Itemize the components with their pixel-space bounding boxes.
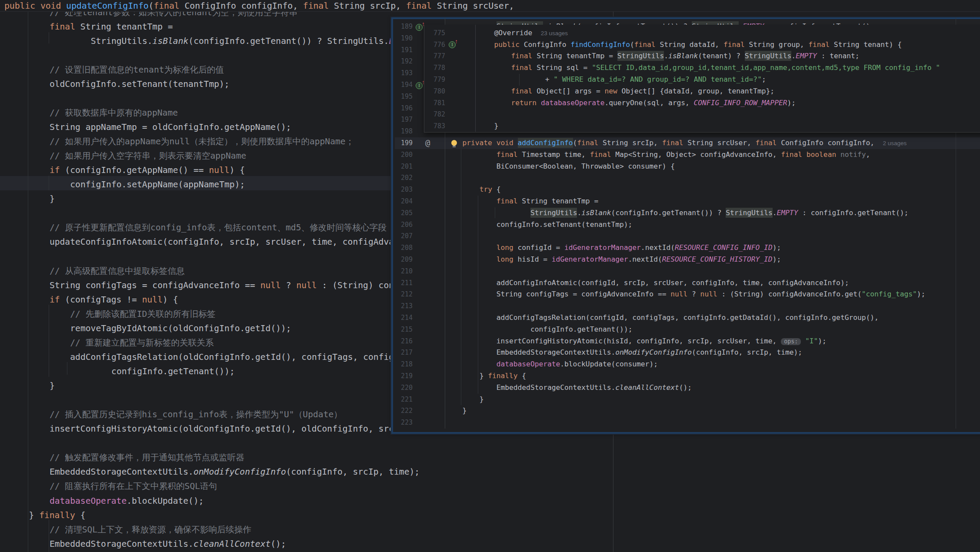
line-number[interactable]: 208	[391, 242, 413, 254]
line-number[interactable]: 194	[391, 79, 413, 91]
code-line[interactable]: final Object[] args = new Object[] {data…	[511, 86, 775, 97]
line-number[interactable]: 219	[391, 370, 413, 382]
code-line[interactable]: @Override 23 usages	[494, 27, 568, 40]
line-number[interactable]: 216	[391, 336, 413, 347]
line-number[interactable]: 777	[424, 50, 445, 62]
code-line[interactable]: + " WHERE data_id=? AND group_id=? AND t…	[545, 74, 766, 86]
line-number[interactable]: 221	[391, 394, 413, 406]
code-line[interactable]: final String tenantTmp =	[50, 20, 173, 34]
line-number[interactable]: 201	[391, 161, 413, 173]
line-number[interactable]: 202	[391, 172, 413, 184]
line-number[interactable]: 775	[424, 27, 445, 39]
code-line[interactable]: }	[50, 192, 55, 206]
code-line[interactable]: }	[480, 394, 484, 406]
sticky-header-code-line[interactable]: public void updateConfigInfo(final Confi…	[4, 0, 514, 11]
line-number[interactable]: 779	[424, 74, 445, 86]
line-number[interactable]: 211	[391, 277, 413, 289]
code-line[interactable]: final Timestamp time, final Map<String, …	[497, 149, 870, 161]
line-number[interactable]: 214	[391, 312, 413, 324]
code-line[interactable]: }	[494, 120, 498, 132]
line-number[interactable]: 217	[391, 347, 413, 359]
code-line[interactable]: // 重新建立配置与新标签的关联关系	[70, 336, 213, 350]
code-line[interactable]: return databaseOperate.queryOne(sql, arg…	[511, 97, 796, 109]
code-line[interactable]: configInfo.getTenant());	[111, 364, 235, 379]
code-line[interactable]: final String sql = "SELECT ID,data_id,gr…	[511, 62, 940, 74]
code-line[interactable]: long hisId = idGeneratorManager.nextId(R…	[497, 254, 781, 266]
code-line[interactable]: // 如果用户传入的appName为null（未指定），则使用数据库中的appN…	[50, 134, 354, 149]
line-number[interactable]: 207	[391, 230, 413, 242]
code-line[interactable]: // 插入配置历史记录到his_config_info表，操作类型为"U"（Up…	[50, 407, 342, 422]
line-number[interactable]: 197	[391, 114, 413, 126]
code-line[interactable]: EmbeddedStorageContextUtils.cleanAllCont…	[497, 382, 692, 394]
code-line[interactable]: databaseOperate.blockUpdate();	[50, 494, 204, 508]
code-line[interactable]: EmbeddedStorageContextUtils.cleanAllCont…	[50, 537, 286, 551]
code-line[interactable]: StringUtils.isBlank(configInfo.getTenant…	[530, 207, 908, 219]
code-line[interactable]: updateConfigInfoAtomic(configInfo, srcIp…	[50, 235, 440, 249]
line-number[interactable]: 190	[391, 33, 413, 44]
sticky-header[interactable]: public void updateConfigInfo(final Confi…	[0, 0, 980, 12]
line-number[interactable]: 215	[391, 324, 413, 336]
line-number[interactable]: 781	[424, 97, 445, 109]
code-line[interactable]: long configId = idGeneratorManager.nextI…	[497, 242, 781, 254]
code-line[interactable]: } finally {	[29, 508, 86, 522]
definition-popup[interactable]: 1891901911921931941951961971981992002012…	[391, 17, 980, 434]
code-line[interactable]: // 清理SQL上下文，释放资源，确保不影响后续操作	[50, 522, 251, 537]
code-line[interactable]: addConfigInfoAtomic(configId, srcIp, src…	[497, 277, 849, 289]
code-line[interactable]: // 设置旧配置信息的tenant为标准化后的值	[50, 63, 224, 77]
code-line[interactable]: oldConfigInfo.setTenant(tenantTmp);	[50, 77, 230, 91]
code-line[interactable]: EmbeddedStorageContextUtils.onModifyConf…	[50, 465, 420, 479]
code-line[interactable]: try {	[480, 184, 501, 196]
code-line[interactable]: // 触发配置修改事件，用于通知其他节点或监听器	[50, 450, 244, 465]
line-number[interactable]: 206	[391, 219, 413, 231]
line-number[interactable]: 213	[391, 300, 413, 312]
line-number[interactable]: 199	[391, 137, 413, 149]
code-line[interactable]: // 如果用户传入空字符串，则表示要清空appName	[50, 149, 246, 163]
code-line[interactable]: private void addConfigInfo(final String …	[463, 137, 907, 150]
code-line[interactable]: }	[50, 379, 55, 393]
line-number[interactable]: 218	[391, 359, 413, 370]
line-number[interactable]: 203	[391, 184, 413, 196]
code-line[interactable]: addConfigTagsRelation(configId, configTa…	[497, 312, 879, 324]
line-number[interactable]: 783	[424, 120, 445, 132]
intention-bulb-icon[interactable]	[451, 140, 457, 146]
line-number[interactable]: 210	[391, 266, 413, 277]
code-line[interactable]: }	[463, 405, 467, 417]
code-line[interactable]: // 原子性更新配置信息到config_info表，包括content、md5、…	[50, 220, 387, 235]
code-line[interactable]: } finally {	[480, 370, 526, 382]
line-number[interactable]: 222	[391, 405, 413, 417]
line-number[interactable]: 220	[391, 382, 413, 394]
code-line[interactable]: databaseOperate.blockUpdate(consumer);	[497, 359, 658, 370]
line-number[interactable]: 200	[391, 149, 413, 161]
code-line[interactable]: // 获取数据库中原有的appName	[50, 106, 178, 120]
code-line[interactable]: configInfo.setAppName(appNameTmp);	[70, 177, 245, 192]
code-line[interactable]: // 先删除该配置ID关联的所有旧标签	[70, 307, 215, 321]
implemented-method-gutter-icon[interactable]: I	[449, 41, 456, 48]
code-line[interactable]: if (configTags != null) {	[50, 293, 178, 307]
line-number[interactable]: 209	[391, 254, 413, 266]
code-line[interactable]: insertConfigHistoryAtomic(hisId, configI…	[497, 336, 827, 348]
code-line[interactable]: EmbeddedStorageContextUtils.onModifyConf…	[497, 347, 802, 359]
line-number[interactable]: 198	[391, 126, 413, 137]
line-number[interactable]: 778	[424, 62, 445, 74]
code-line[interactable]: configInfo.setTenant(tenantTmp);	[497, 219, 633, 231]
implemented-method-gutter-icon[interactable]: I	[416, 24, 423, 31]
line-number[interactable]: 776	[424, 39, 445, 51]
code-line[interactable]: String appNameTmp = oldConfigInfo.getApp…	[50, 120, 291, 134]
code-line[interactable]: BiConsumer<Boolean, Throwable> consumer)…	[497, 161, 675, 173]
embedded-preview-panel[interactable]: 775776777778779780781782783 @Override 23…	[424, 25, 980, 133]
line-number[interactable]: 205	[391, 207, 413, 219]
line-number[interactable]: 782	[424, 109, 445, 120]
code-line[interactable]: if (configInfo.getAppName() == null) {	[50, 163, 245, 177]
line-number[interactable]: 189	[391, 21, 413, 33]
line-number[interactable]: 196	[391, 103, 413, 114]
line-number[interactable]: 193	[391, 67, 413, 79]
implemented-method-gutter-icon[interactable]: I	[416, 82, 423, 89]
line-number[interactable]: 191	[391, 44, 413, 56]
code-line[interactable]: final String tenantTmp =	[497, 196, 598, 207]
line-number[interactable]: 192	[391, 56, 413, 67]
code-line[interactable]: // 阻塞执行所有在上下文中累积的SQL语句	[50, 479, 217, 493]
line-number[interactable]: 223	[391, 417, 413, 429]
code-line[interactable]: // 从高级配置信息中提取标签信息	[50, 264, 185, 278]
code-line[interactable]: final String tenantTmp = StringUtils.isB…	[511, 50, 860, 62]
code-line[interactable]: public ConfigInfo findConfigInfo(final S…	[494, 39, 902, 51]
